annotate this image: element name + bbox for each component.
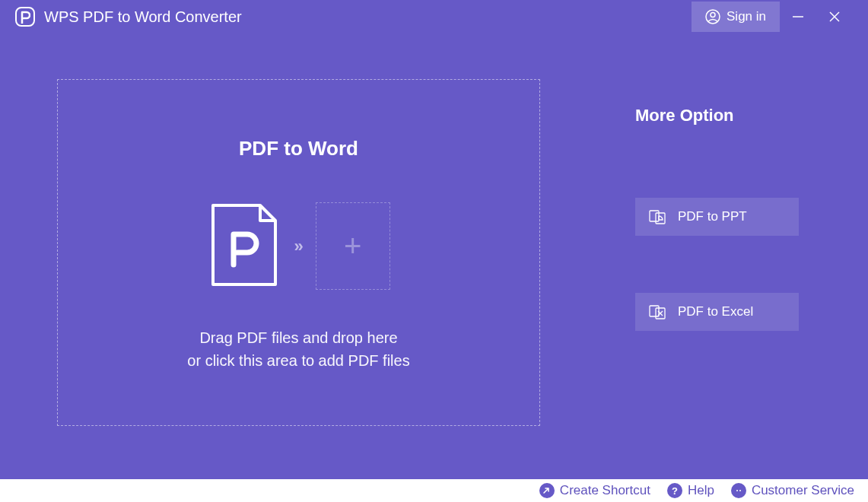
minimize-icon bbox=[793, 16, 803, 17]
icons-row: » + bbox=[207, 202, 389, 290]
help-link[interactable]: ? Help bbox=[667, 483, 714, 498]
drop-instructions: Drag PDF files and drop here or click th… bbox=[187, 326, 409, 372]
titlebar-left: WPS PDF to Word Converter bbox=[15, 7, 242, 27]
main-app: WPS PDF to Word Converter Sign in bbox=[0, 0, 868, 479]
svg-rect-6 bbox=[656, 213, 665, 224]
close-icon bbox=[829, 11, 840, 22]
plus-icon: + bbox=[344, 229, 361, 263]
option-label: PDF to Excel bbox=[678, 304, 753, 319]
arrow-right-icon: » bbox=[294, 237, 303, 256]
svg-rect-5 bbox=[650, 211, 659, 221]
titlebar: WPS PDF to Word Converter Sign in bbox=[0, 0, 868, 33]
app-title: WPS PDF to Word Converter bbox=[44, 8, 242, 26]
option-label: PDF to PPT bbox=[678, 209, 747, 224]
pdf-file-icon bbox=[207, 202, 281, 290]
svg-point-10 bbox=[739, 490, 741, 491]
help-icon: ? bbox=[667, 483, 682, 498]
instruction-line-2: or click this area to add PDF files bbox=[187, 349, 409, 372]
sidebar: More Option PDF to PPT PDF to Excel bbox=[635, 79, 799, 426]
svg-point-9 bbox=[736, 490, 738, 491]
pdf-to-excel-button[interactable]: PDF to Excel bbox=[635, 293, 799, 331]
create-shortcut-link[interactable]: Create Shortcut bbox=[539, 483, 650, 498]
footer: Create Shortcut ? Help Customer Service bbox=[0, 479, 868, 502]
instruction-line-1: Drag PDF files and drop here bbox=[187, 326, 409, 349]
signin-button[interactable]: Sign in bbox=[692, 2, 780, 32]
plus-drop-target: + bbox=[316, 202, 390, 290]
pdf-to-ppt-button[interactable]: PDF to PPT bbox=[635, 198, 799, 236]
signin-label: Sign in bbox=[727, 9, 766, 24]
ppt-convert-icon bbox=[649, 208, 666, 225]
app-logo-icon bbox=[15, 7, 35, 27]
minimize-button[interactable] bbox=[780, 0, 816, 33]
shortcut-icon bbox=[539, 483, 555, 498]
svg-rect-7 bbox=[650, 306, 659, 316]
user-icon bbox=[705, 9, 720, 24]
drop-zone-title: PDF to Word bbox=[239, 137, 358, 160]
footer-label: Customer Service bbox=[752, 483, 854, 498]
svg-point-1 bbox=[711, 13, 715, 17]
sidebar-title: More Option bbox=[635, 106, 799, 126]
titlebar-right: Sign in bbox=[692, 0, 853, 33]
excel-convert-icon bbox=[649, 303, 666, 320]
customer-service-link[interactable]: Customer Service bbox=[731, 483, 854, 498]
drop-zone[interactable]: PDF to Word » + Drag PDF files and drop … bbox=[57, 79, 540, 426]
footer-label: Create Shortcut bbox=[560, 483, 650, 498]
close-button[interactable] bbox=[816, 0, 853, 33]
content-area: PDF to Word » + Drag PDF files and drop … bbox=[0, 33, 868, 479]
footer-label: Help bbox=[688, 483, 714, 498]
customer-service-icon bbox=[731, 483, 746, 498]
